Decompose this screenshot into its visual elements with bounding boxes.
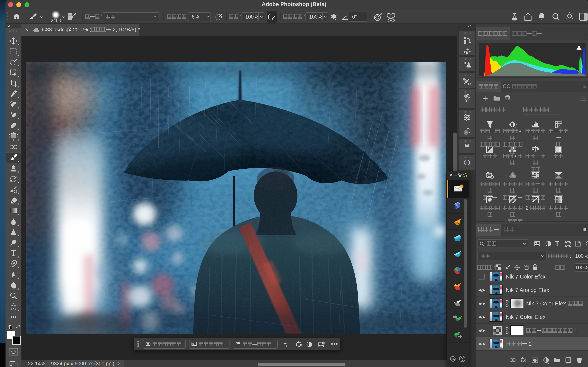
svg-text:fx: fx	[521, 356, 526, 364]
